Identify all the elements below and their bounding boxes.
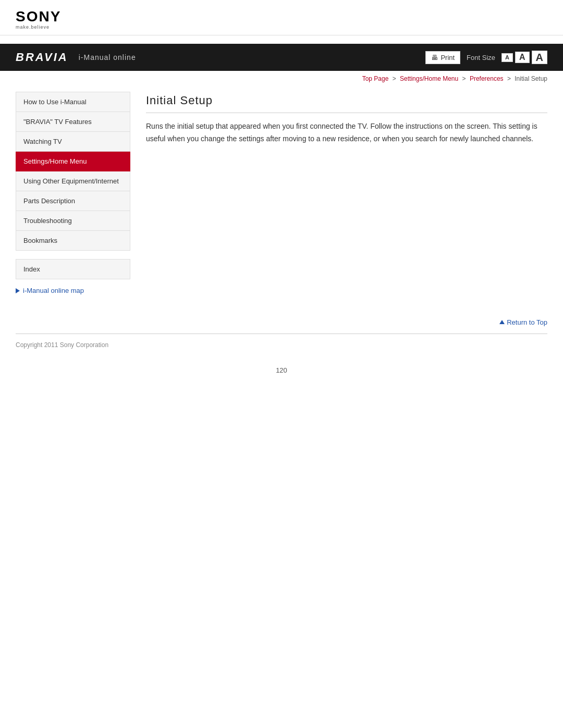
sidebar: How to Use i-Manual "BRAVIA" TV Features… <box>16 92 130 294</box>
sidebar-item-using-other-equipment[interactable]: Using Other Equipment/Internet <box>16 171 130 191</box>
font-size-medium-button[interactable]: A <box>515 52 530 63</box>
return-to-top-link[interactable]: Return to Top <box>499 318 547 326</box>
print-button[interactable]: 🖶 Print <box>425 51 460 64</box>
imanual-map-label: i-Manual online map <box>23 287 84 294</box>
imanual-title: i-Manual online <box>79 53 136 61</box>
breadcrumb-top-page[interactable]: Top Page <box>362 75 389 82</box>
breadcrumb-current: Initial Setup <box>515 75 547 82</box>
font-size-label: Font Size <box>467 54 495 61</box>
sidebar-item-settings-home-menu[interactable]: Settings/Home Menu <box>16 152 130 171</box>
sony-wordmark: SONY <box>16 9 61 24</box>
content-body: Runs the initial setup that appeared whe… <box>146 120 547 145</box>
breadcrumb-preferences[interactable]: Preferences <box>470 75 504 82</box>
font-size-controls: A A A <box>501 51 547 64</box>
copyright-text: Copyright 2011 Sony Corporation <box>16 341 108 349</box>
bravia-bar: BRAVIA i-Manual online 🖶 Print Font Size… <box>0 44 563 71</box>
logo-bar: SONY make.believe <box>0 0 563 35</box>
page-title: Initial Setup <box>146 94 547 113</box>
breadcrumb: Top Page > Settings/Home Menu > Preferen… <box>0 71 563 87</box>
sidebar-gap <box>16 251 130 259</box>
print-icon: 🖶 <box>431 54 438 61</box>
main-container: How to Use i-Manual "BRAVIA" TV Features… <box>0 92 563 294</box>
font-size-small-button[interactable]: A <box>501 53 513 62</box>
sidebar-item-parts-description[interactable]: Parts Description <box>16 191 130 211</box>
sony-logo: SONY make.believe <box>16 9 547 30</box>
imanual-map-link[interactable]: i-Manual online map <box>16 287 130 294</box>
content-area: Initial Setup Runs the initial setup tha… <box>146 92 547 294</box>
breadcrumb-sep-3: > <box>507 75 511 82</box>
sidebar-item-watching-tv[interactable]: Watching TV <box>16 132 130 152</box>
return-to-top-label: Return to Top <box>507 318 547 326</box>
page-number: 120 <box>0 356 563 379</box>
return-to-top-bar: Return to Top <box>0 310 563 334</box>
bravia-bar-left: BRAVIA i-Manual online <box>16 51 136 64</box>
breadcrumb-sep-2: > <box>462 75 466 82</box>
sony-tagline: make.believe <box>16 24 50 30</box>
sidebar-item-bookmarks[interactable]: Bookmarks <box>16 231 130 251</box>
breadcrumb-settings-menu[interactable]: Settings/Home Menu <box>400 75 458 82</box>
sidebar-item-troubleshooting[interactable]: Troubleshooting <box>16 211 130 231</box>
sidebar-item-how-to-use[interactable]: How to Use i-Manual <box>16 92 130 112</box>
triangle-up-icon <box>499 320 505 324</box>
bravia-bar-right: 🖶 Print Font Size A A A <box>425 51 547 64</box>
sidebar-item-index[interactable]: Index <box>16 259 130 279</box>
breadcrumb-sep-1: > <box>393 75 396 82</box>
arrow-right-icon <box>16 288 20 293</box>
sidebar-item-bravia-features[interactable]: "BRAVIA" TV Features <box>16 112 130 132</box>
font-size-large-button[interactable]: A <box>532 51 547 64</box>
footer: Copyright 2011 Sony Corporation <box>0 334 563 356</box>
bravia-logo: BRAVIA <box>16 51 68 64</box>
print-label: Print <box>440 54 455 61</box>
